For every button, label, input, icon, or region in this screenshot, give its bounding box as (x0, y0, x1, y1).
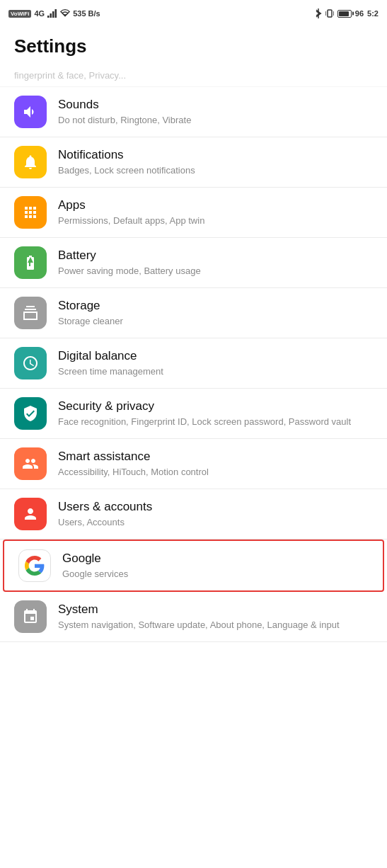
users-icon (14, 498, 47, 530)
system-icon (14, 600, 47, 633)
wifi-icon (60, 9, 70, 18)
battery-settings-icon (14, 246, 47, 279)
time: 5:2 (367, 9, 379, 18)
apps-text: Apps Permissions, Default apps, App twin (58, 198, 373, 227)
svg-rect-1 (50, 13, 52, 18)
storage-subtitle: Storage cleaner (58, 315, 373, 328)
status-left: VoWiFi 4G 535 B/s (8, 9, 100, 18)
google-subtitle: Google services (62, 568, 369, 581)
google-title: Google (62, 551, 369, 566)
battery-icon (337, 10, 352, 18)
google-text: Google Google services (62, 551, 369, 581)
users-text: Users & accounts Users, Accounts (58, 499, 373, 529)
vowifi-badge: VoWiFi (8, 10, 31, 18)
system-title: System (58, 602, 373, 617)
battery-subtitle: Power saving mode, Battery usage (58, 265, 373, 278)
settings-item-users[interactable]: Users & accounts Users, Accounts (0, 489, 387, 539)
svg-rect-3 (55, 9, 57, 18)
battery-text: Battery Power saving mode, Battery usage (58, 248, 373, 278)
storage-icon (14, 297, 47, 329)
svg-rect-5 (328, 10, 332, 17)
settings-item-google[interactable]: Google Google services (3, 539, 384, 592)
speed: 535 B/s (73, 9, 100, 18)
security-text: Security & privacy Face recognition, Fin… (58, 399, 373, 428)
digital-balance-text: Digital balance Screen time management (58, 348, 373, 378)
sounds-icon (14, 96, 47, 128)
settings-item-notifications[interactable]: Notifications Badges, Lock screen notifi… (0, 137, 387, 188)
security-icon (14, 397, 47, 430)
smart-assistance-subtitle: Accessibility, HiTouch, Motion control (58, 466, 373, 479)
storage-title: Storage (58, 298, 373, 314)
svg-rect-0 (47, 16, 50, 18)
battery-title: Battery (58, 248, 373, 263)
apps-icon (14, 196, 47, 229)
settings-item-storage[interactable]: Storage Storage cleaner (0, 288, 387, 338)
svg-rect-2 (52, 11, 54, 18)
notifications-icon (14, 146, 47, 178)
security-subtitle: Face recognition, Fingerprint ID, Lock s… (58, 416, 373, 428)
sounds-subtitle: Do not disturb, Ringtone, Vibrate (58, 114, 373, 127)
notifications-text: Notifications Badges, Lock screen notifi… (58, 147, 373, 177)
system-text: System System navigation, Software updat… (58, 602, 373, 632)
partial-item: fingerprint & face, Privacy... (0, 64, 387, 87)
smart-assistance-text: Smart assistance Accessibility, HiTouch,… (58, 449, 373, 479)
system-subtitle: System navigation, Software update, Abou… (58, 619, 373, 632)
apps-subtitle: Permissions, Default apps, App twin (58, 215, 373, 227)
users-subtitle: Users, Accounts (58, 516, 373, 529)
settings-item-apps[interactable]: Apps Permissions, Default apps, App twin (0, 188, 387, 238)
notifications-subtitle: Badges, Lock screen notifications (58, 164, 373, 177)
vibrate-icon (325, 8, 334, 18)
settings-item-security[interactable]: Security & privacy Face recognition, Fin… (0, 389, 387, 439)
users-title: Users & accounts (58, 499, 373, 515)
bluetooth-icon (315, 8, 322, 18)
settings-item-sounds[interactable]: Sounds Do not disturb, Ringtone, Vibrate (0, 87, 387, 137)
sounds-text: Sounds Do not disturb, Ringtone, Vibrate (58, 97, 373, 127)
storage-text: Storage Storage cleaner (58, 298, 373, 328)
notifications-title: Notifications (58, 147, 373, 163)
settings-item-smart-assistance[interactable]: Smart assistance Accessibility, HiTouch,… (0, 439, 387, 489)
network-type: 4G (34, 9, 45, 18)
status-bar: VoWiFi 4G 535 B/s (0, 0, 387, 25)
google-icon (18, 549, 51, 582)
settings-item-digital-balance[interactable]: Digital balance Screen time management (0, 338, 387, 389)
apps-title: Apps (58, 198, 373, 213)
digital-balance-subtitle: Screen time management (58, 365, 373, 378)
signal-icon (47, 9, 57, 18)
battery-percent: 96 (355, 9, 364, 18)
settings-item-battery[interactable]: Battery Power saving mode, Battery usage (0, 238, 387, 288)
security-title: Security & privacy (58, 399, 373, 414)
smart-assistance-icon (14, 447, 47, 480)
settings-item-system[interactable]: System System navigation, Software updat… (0, 592, 387, 642)
sounds-title: Sounds (58, 97, 373, 113)
smart-assistance-title: Smart assistance (58, 449, 373, 464)
page-title: Settings (0, 25, 387, 64)
digital-balance-title: Digital balance (58, 348, 373, 364)
digital-balance-icon (14, 347, 47, 379)
status-right: 96 5:2 (315, 8, 379, 18)
